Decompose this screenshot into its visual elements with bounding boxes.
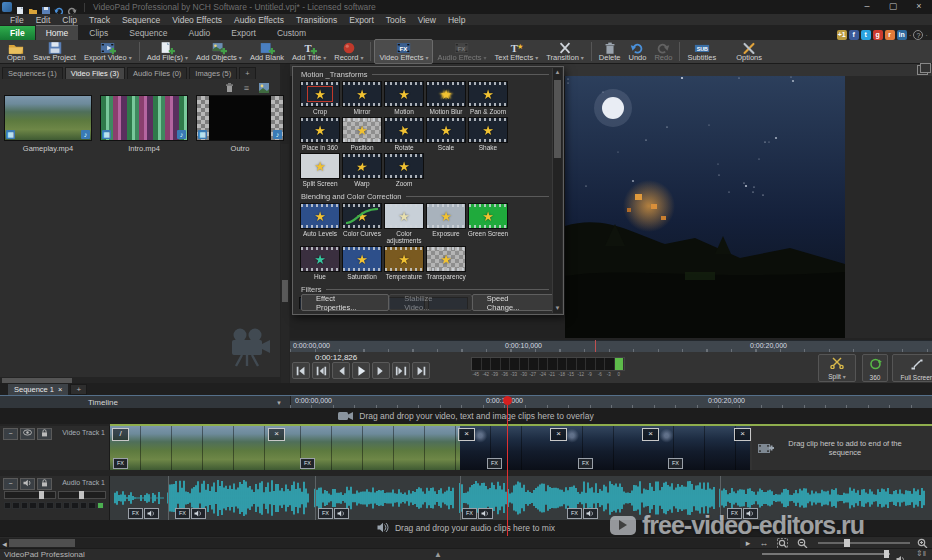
like-icon[interactable]: +1 [837, 30, 847, 40]
dropdown-arrow-icon[interactable]: ▾ [185, 54, 188, 62]
video-track-visibility-button[interactable] [20, 428, 35, 440]
bin-levels-icon[interactable] [257, 82, 270, 94]
menu-item-edit[interactable]: Edit [30, 15, 57, 25]
effect-scale[interactable]: ★Scale [425, 117, 467, 151]
redo-quick-icon[interactable] [67, 2, 77, 12]
view-360-button[interactable]: 360 [862, 354, 888, 382]
audio-speaker-badge[interactable] [583, 508, 598, 519]
dropdown-arrow-icon[interactable]: ▾ [239, 54, 242, 62]
menu-item-file[interactable]: File [4, 15, 30, 25]
add-sequence-tab[interactable]: + [70, 384, 87, 395]
effect-saturation[interactable]: ★Saturation [341, 246, 383, 280]
ribbon-tab-audio[interactable]: Audio [179, 26, 221, 40]
menu-item-tools[interactable]: Tools [380, 15, 412, 25]
effect-transparency[interactable]: ★Transparency [425, 246, 467, 280]
bin-delete-icon[interactable] [223, 82, 236, 94]
bin-tab-images-5[interactable]: Images (5) [189, 67, 237, 79]
dropdown-arrow-icon[interactable]: ▾ [535, 54, 538, 62]
effect-split-screen[interactable]: ★Split Screen [299, 153, 341, 187]
audio-fx-badge[interactable]: FX [318, 508, 333, 519]
bin-item-outro[interactable]: ▦♪Outro [196, 95, 284, 153]
toolbar-save-project-button[interactable]: Save Project [29, 40, 80, 63]
effect-temperature[interactable]: ★Temperature [383, 246, 425, 280]
effect-place-in-360[interactable]: ★Place in 360 [299, 117, 341, 151]
effect-zoom[interactable]: ★Zoom [383, 153, 425, 187]
toolbar-text-effects-button[interactable]: T★Text Effects▾ [491, 40, 543, 63]
menu-item-help[interactable]: Help [442, 15, 471, 25]
dropdown-arrow-icon[interactable]: ▾ [483, 54, 486, 62]
audio-fx-badge[interactable]: FX [567, 508, 582, 519]
toolbar-undo-button[interactable]: Undo [625, 40, 651, 63]
sequence-tab-close-icon[interactable]: × [58, 385, 62, 394]
help-icon[interactable]: ? [913, 30, 923, 40]
transition-icon[interactable]: × [458, 428, 475, 441]
save-project-icon[interactable] [41, 2, 51, 12]
menu-item-view[interactable]: View [412, 15, 442, 25]
effect-color-curves[interactable]: ★Color Curves [341, 203, 383, 244]
timeline-playhead-handle[interactable] [503, 396, 512, 405]
video-track-collapse-button[interactable]: − [3, 428, 18, 440]
menu-item-audio-effects[interactable]: Audio Effects [228, 15, 290, 25]
step-back-button[interactable] [332, 362, 350, 379]
audio-speaker-badge[interactable] [191, 508, 206, 519]
effect-rotate[interactable]: ★Rotate [383, 117, 425, 151]
split-button[interactable]: Split ▾ [818, 354, 856, 382]
twitter-icon[interactable]: t [861, 30, 871, 40]
append-clip-drop-zone[interactable]: Drag clip here to add to end of the sequ… [752, 426, 932, 470]
toolbar-add-blank-button[interactable]: Add Blank [246, 40, 288, 63]
clip-fx-badge[interactable]: FX [578, 458, 593, 469]
linkedin-icon[interactable]: in [897, 30, 907, 40]
googleplus-icon[interactable]: g [873, 30, 883, 40]
timeline-playhead[interactable] [507, 396, 508, 536]
bin-item-intro-mp4[interactable]: ▦♪Intro.mp4 [100, 95, 188, 153]
clip-fx-badge[interactable]: FX [487, 458, 502, 469]
toolbar-options-button[interactable]: Options [732, 40, 766, 63]
ribbon-tab-clips[interactable]: Clips [79, 26, 118, 40]
effect-properties-button[interactable]: Effect Properties... [301, 294, 389, 311]
toolbar-add-title-button[interactable]: TAdd Title▾ [288, 40, 330, 63]
new-project-icon[interactable] [15, 2, 25, 12]
effect-exposure[interactable]: ★Exposure [425, 203, 467, 244]
toolbar-record-button[interactable]: Record▾ [330, 40, 367, 63]
video-track-lock-button[interactable] [37, 428, 52, 440]
effect-crop[interactable]: ★Crop [299, 81, 341, 115]
clip-fx-badge[interactable]: FX [300, 458, 315, 469]
ribbon-tab-file[interactable]: File [0, 26, 35, 40]
menu-item-sequence[interactable]: Sequence [116, 15, 166, 25]
go-end-button[interactable] [412, 362, 430, 379]
toolbar-add-objects-button[interactable]: Add Objects▾ [192, 40, 246, 63]
minimize-button[interactable]: – [854, 0, 880, 14]
audio-speaker-badge[interactable] [478, 508, 493, 519]
bin-item-gameplay-mp4[interactable]: ▦♪Gameplay.mp4 [4, 95, 92, 153]
effect-hue[interactable]: ★Hue [299, 246, 341, 280]
overlay-drop-zone[interactable]: Drag and drop your video, text and image… [0, 408, 932, 424]
bin-tab-audio-files-0[interactable]: Audio Files (0) [127, 67, 187, 79]
effect-warp[interactable]: ★Warp [341, 153, 383, 187]
effect-motion-blur[interactable]: ★Motion Blur [425, 81, 467, 115]
ribbon-tab-sequence[interactable]: Sequence [119, 26, 177, 40]
close-button[interactable]: × [906, 0, 932, 14]
go-start-button[interactable] [292, 362, 310, 379]
sequence-tab[interactable]: Sequence 1 × [8, 384, 68, 395]
video-clip-1[interactable] [110, 426, 270, 470]
toolbar-subtitles-button[interactable]: SUBSubtitles [683, 40, 720, 63]
audio-speaker-badge[interactable] [144, 508, 159, 519]
clip-start-icon[interactable]: / [112, 428, 129, 441]
step-forward-button[interactable] [372, 362, 390, 379]
ribbon-tab-home[interactable]: Home [36, 25, 79, 40]
maximize-button[interactable]: ▢ [880, 0, 906, 14]
transition-icon[interactable]: × [268, 428, 285, 441]
transition-icon[interactable]: × [550, 428, 567, 441]
bin-tab-sequences-1[interactable]: Sequences (1) [2, 67, 63, 79]
audio-fx-badge[interactable]: FX [175, 508, 190, 519]
ribbon-tab-export[interactable]: Export [221, 26, 266, 40]
undo-quick-icon[interactable] [54, 2, 64, 12]
dropdown-arrow-icon[interactable]: ▾ [581, 54, 584, 62]
effect-motion[interactable]: ★Motion [383, 81, 425, 115]
speed-change-button[interactable]: Speed Change... [472, 294, 555, 311]
facebook-icon[interactable]: f [849, 30, 859, 40]
toolbar-add-file-s-button[interactable]: Add File(s)▾ [143, 40, 192, 63]
menu-item-track[interactable]: Track [83, 15, 116, 25]
dropdown-arrow-icon[interactable]: ▾ [129, 54, 132, 62]
toolbar-open-button[interactable]: Open [3, 40, 29, 63]
